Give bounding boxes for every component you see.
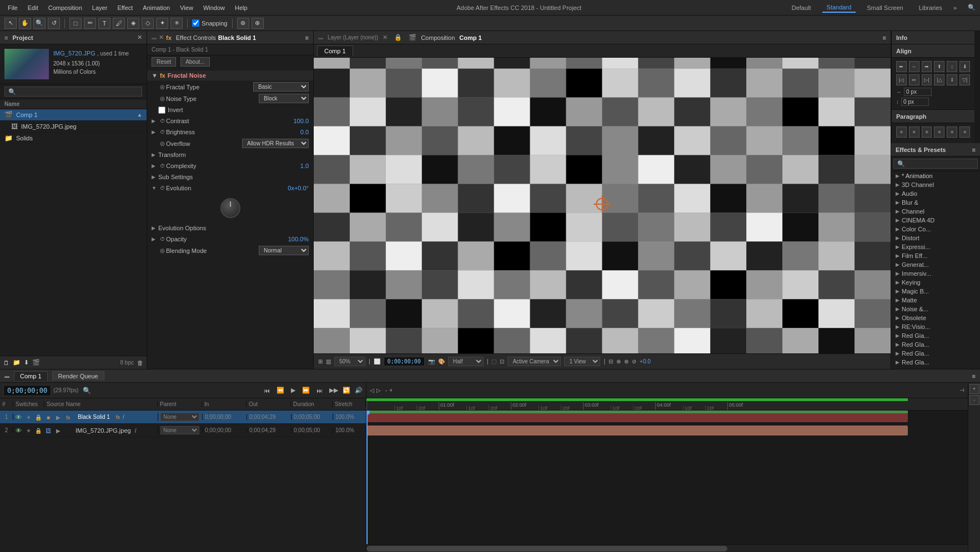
play-btn[interactable]: ▶ xyxy=(289,386,298,395)
layer-2-parent-select[interactable]: None xyxy=(160,426,199,434)
snapping-toggle[interactable]: Snapping xyxy=(192,19,228,27)
search-comp-icon[interactable]: 🔍 xyxy=(83,387,91,394)
effects-item-generat[interactable]: ▶ Generat... xyxy=(891,260,980,269)
viewer-extra-icon1[interactable]: ⊟ xyxy=(609,358,613,364)
quality-dropdown[interactable]: HalfFullQuarter xyxy=(448,357,484,366)
effects-item-redgia[interactable]: ▶ Red Gia... xyxy=(891,331,980,340)
effects-item-redgla3[interactable]: ▶ Red Gla... xyxy=(891,358,980,367)
project-item-image[interactable]: 🖼 IMG_5720.JPG.jpeg xyxy=(0,121,147,133)
contrast-stopwatch[interactable]: ⏱ xyxy=(158,118,166,124)
track-zoom-out[interactable]: - xyxy=(385,387,387,393)
track-prev-icon[interactable]: ◁ xyxy=(370,387,374,393)
tool-select[interactable]: ↖ xyxy=(4,18,17,29)
opacity-value[interactable]: 100.0% xyxy=(288,236,309,242)
layer-1-fx-switch[interactable]: fx xyxy=(63,414,73,421)
layer-2-solo[interactable]: ☀ xyxy=(23,427,33,434)
tool-zoom[interactable]: 🔍 xyxy=(33,18,46,29)
app-menu-file[interactable]: File xyxy=(4,3,21,12)
project-item-solids[interactable]: 📁 Solids xyxy=(0,133,147,144)
track-end-icon[interactable]: ⊣ xyxy=(959,387,964,393)
tool-eraser[interactable]: ◇ xyxy=(142,18,154,29)
layer-1-lock[interactable]: 🔒 xyxy=(33,414,43,421)
opacity-expand[interactable]: ▶ xyxy=(152,236,158,242)
layer-2-lock[interactable]: 🔒 xyxy=(33,427,43,434)
app-menu-edit[interactable]: Edit xyxy=(24,3,42,12)
fx-close-btn[interactable]: ✕ xyxy=(159,34,164,41)
effects-item-filmeff[interactable]: ▶ Film Eff... xyxy=(891,251,980,260)
evolution-dial[interactable] xyxy=(220,198,240,218)
workspace-standard[interactable]: Standard xyxy=(822,3,856,13)
project-search-input[interactable] xyxy=(4,87,142,97)
search-icon[interactable]: 🔍 xyxy=(968,4,976,11)
offset-x-input[interactable] xyxy=(904,88,932,96)
timeline-scrollbar-thumb[interactable] xyxy=(366,546,727,551)
new-item-icon[interactable]: 🗒 xyxy=(3,359,9,366)
workspace-small-screen[interactable]: Small Screen xyxy=(862,3,907,12)
effects-item-expressi[interactable]: ▶ Expressi... xyxy=(891,242,980,251)
tool-hand[interactable]: ✋ xyxy=(19,18,31,29)
nav-start-btn[interactable]: ⏮ xyxy=(262,386,272,395)
complexity-value[interactable]: 1.0 xyxy=(300,163,309,169)
composition-canvas[interactable] xyxy=(314,58,891,353)
track-2-bar[interactable] xyxy=(366,426,908,435)
app-menu-view[interactable]: View xyxy=(177,3,197,12)
effects-item-animation[interactable]: ▶ * Animation xyxy=(891,171,980,180)
align-top-btn[interactable]: ⬆ xyxy=(934,61,944,72)
viewer-layout-icon[interactable]: ⬚ xyxy=(491,358,496,364)
new-comp-icon[interactable]: 🎬 xyxy=(32,359,40,366)
viewer-extra-icon3[interactable]: ⊗ xyxy=(624,358,629,364)
nav-end-btn[interactable]: ⏭ xyxy=(314,386,325,395)
sub-settings-arrow[interactable]: ▶ xyxy=(152,174,158,180)
timeline-expand-btn[interactable]: + xyxy=(969,384,979,394)
para-justify-btn[interactable]: ≡ xyxy=(934,126,944,138)
blending-mode-select[interactable]: NormalAddMultiply xyxy=(259,246,309,255)
effects-item-cinema4d[interactable]: ▶ CINEMA 4D xyxy=(891,216,980,225)
viewer-time-display[interactable]: 0;00;00;00 xyxy=(384,357,425,366)
tool-roto[interactable]: ✦ xyxy=(156,18,168,29)
tool-rotate[interactable]: ↺ xyxy=(48,18,60,29)
project-menu-icon[interactable]: ≡ xyxy=(4,34,8,41)
dist-left-btn[interactable]: |◁ xyxy=(896,74,907,85)
track-1-bar[interactable] xyxy=(366,412,908,422)
fractal-noise-header[interactable]: ▼ fx Fractal Noise xyxy=(147,70,313,81)
workspace-more-icon[interactable]: » xyxy=(953,4,957,11)
align-vcenter-btn[interactable]: ↕ xyxy=(947,61,957,72)
align-right-btn[interactable]: ➡ xyxy=(922,61,932,72)
transform-arrow[interactable]: ▶ xyxy=(152,152,158,158)
loop-btn[interactable]: 🔁 xyxy=(343,387,350,394)
project-panel-close[interactable]: ✕ xyxy=(137,34,142,41)
viewer-camera-icon[interactable]: 📷 xyxy=(428,358,435,364)
reset-button[interactable]: Reset xyxy=(152,57,176,67)
align-left-btn[interactable]: ⬅ xyxy=(896,61,907,72)
offset-y-input[interactable] xyxy=(901,98,929,106)
layer-row-1[interactable]: 1 👁 ☀ 🔒 ■ ▶ fx xyxy=(0,411,366,424)
viewer-toggle-icon[interactable]: ⊞ xyxy=(318,358,323,364)
evo-options-arrow[interactable]: ▶ xyxy=(152,225,158,231)
layer-1-solo[interactable]: ☀ xyxy=(23,414,33,421)
layer-2-eye[interactable]: 👁 xyxy=(13,427,23,434)
app-menu-help[interactable]: Help xyxy=(232,3,251,12)
effects-item-keying[interactable]: ▶ Keying xyxy=(891,278,980,287)
effects-item-revision[interactable]: ▶ RE:Visio... xyxy=(891,322,980,331)
layer-2-expand[interactable]: ▶ xyxy=(53,427,63,434)
timeline-menu-icon[interactable]: ≡ xyxy=(972,373,976,379)
layer-1-parent-select[interactable]: None xyxy=(160,413,199,421)
opacity-stopwatch[interactable]: ⏱ xyxy=(158,236,166,242)
audio-btn[interactable]: 🔊 xyxy=(355,387,363,394)
viewer-lock-icon[interactable]: 🔒 xyxy=(394,34,402,41)
align-bottom-btn[interactable]: ⬇ xyxy=(959,61,970,72)
import-icon[interactable]: ⬇ xyxy=(24,359,29,366)
about-button[interactable]: About... xyxy=(180,57,209,67)
fx-panel-menu[interactable]: ≡ xyxy=(305,34,309,41)
dist-vcenter-btn[interactable]: ⇕ xyxy=(947,74,957,85)
effects-item-noise[interactable]: ▶ Noise &... xyxy=(891,305,980,313)
track-next-icon[interactable]: ▷ xyxy=(376,387,381,393)
viewer-extra-icon2[interactable]: ⊕ xyxy=(616,358,621,364)
bpc-indicator[interactable]: 8 bpc xyxy=(120,359,134,366)
overflow-select[interactable]: Allow HDR ResultsClipWrap xyxy=(242,139,309,148)
app-menu-window[interactable]: Window xyxy=(200,3,228,12)
view-layout-dropdown[interactable]: 1 View2 Views xyxy=(564,357,600,366)
layer-1-eye[interactable]: 👁 xyxy=(13,414,23,421)
invert-checkbox[interactable] xyxy=(158,107,165,114)
fractal-type-select[interactable]: BasicTurbulent BasicMax xyxy=(253,82,309,92)
